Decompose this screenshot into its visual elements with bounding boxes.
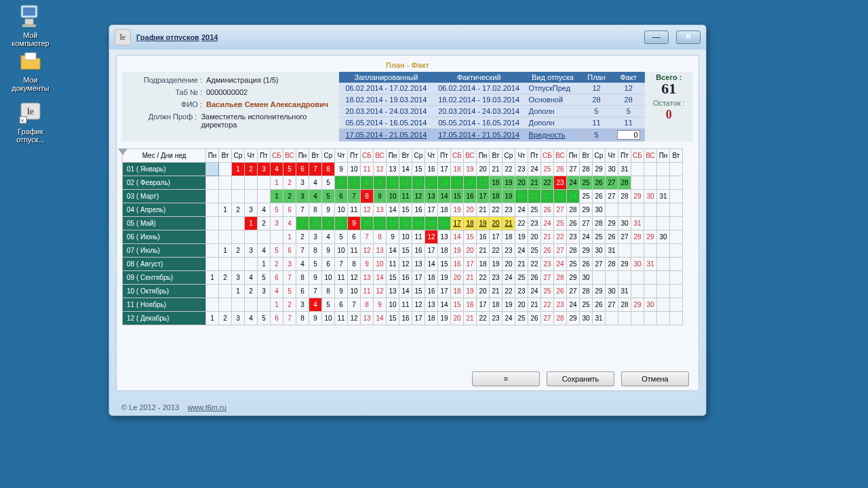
calendar-cell[interactable]: 27 (541, 312, 554, 325)
calendar-cell[interactable]: 8 (296, 271, 309, 285)
calendar-cell[interactable]: 24 (502, 312, 515, 325)
titlebar[interactable]: le График отпусков 2014 — ✕ (109, 25, 706, 49)
calendar-cell[interactable]: 9 (374, 190, 387, 203)
calendar-cell[interactable]: 22 (541, 176, 554, 190)
calendar-cell[interactable]: 5 (335, 230, 348, 244)
calendar-cell[interactable]: 12 (399, 258, 412, 271)
calendar-cell[interactable]: 20 (451, 271, 464, 285)
calendar-cell[interactable]: 1 (219, 203, 232, 217)
calendar-cell[interactable]: 3 (309, 230, 322, 244)
calendar-cell[interactable]: 15 (425, 217, 438, 230)
calendar-cell[interactable]: 24 (567, 298, 580, 312)
calendar-cell[interactable]: 27 (593, 258, 606, 271)
calendar-cell[interactable]: 29 (593, 163, 606, 176)
month-label[interactable]: 10 ( Октябрь) (123, 285, 206, 298)
calendar-cell[interactable]: 20 (515, 190, 528, 203)
calendar-cell[interactable]: 14 (451, 230, 464, 244)
calendar-cell[interactable]: 20 (451, 312, 464, 325)
calendar-cell[interactable]: 30 (657, 230, 670, 244)
calendar-cell[interactable]: 3 (271, 217, 283, 230)
month-label[interactable]: 01 ( Январь) (123, 163, 206, 176)
calendar-cell[interactable]: 4 (271, 163, 283, 176)
calendar-cell[interactable]: 22 (515, 217, 528, 230)
calendar-cell[interactable]: 15 (412, 163, 425, 176)
calendar-cell[interactable]: 24 (541, 217, 554, 230)
calendar-cell[interactable]: 15 (399, 244, 412, 258)
calendar-cell[interactable]: 23 (490, 271, 502, 285)
calendar-cell[interactable]: 29 (567, 312, 580, 325)
calendar-cell[interactable]: 19 (490, 258, 502, 271)
calendar-cell[interactable]: 15 (438, 258, 451, 271)
calendar-cell[interactable]: 18 (425, 271, 438, 285)
month-label[interactable]: 03 ( Март) (123, 190, 206, 203)
calendar-cell[interactable]: 31 (593, 312, 606, 325)
calendar-cell[interactable]: 23 (528, 217, 541, 230)
calendar-cell[interactable]: 21 (502, 217, 515, 230)
calendar-cell[interactable]: 28 (593, 217, 606, 230)
calendar-cell[interactable]: 27 (606, 190, 618, 203)
calendar-cell[interactable]: 21 (490, 285, 502, 298)
calendar-cell[interactable]: 27 (618, 230, 631, 244)
calendar-cell[interactable]: 9 (361, 258, 374, 271)
calendar-cell[interactable]: 17 (412, 312, 425, 325)
calendar-cell[interactable]: 14 (438, 176, 451, 190)
calendar-cell[interactable]: 2 (219, 312, 232, 325)
plan-row[interactable]: 05.05.2014 - 16.05.201405.05.2014 - 16.0… (339, 117, 645, 129)
calendar-cell[interactable]: 24 (580, 230, 593, 244)
calendar-cell[interactable]: 16 (412, 244, 425, 258)
calendar-cell[interactable]: 23 (502, 244, 515, 258)
calendar-cell[interactable]: 4 (245, 271, 258, 285)
calendar-cell[interactable]: 26 (554, 163, 567, 176)
calendar-cell[interactable]: 11 (387, 258, 399, 271)
calendar-cell[interactable]: 19 (451, 203, 464, 217)
calendar-cell[interactable]: 19 (464, 285, 477, 298)
calendar-cell[interactable]: 10 (335, 244, 348, 258)
calendar-cell[interactable]: 7 (283, 271, 296, 285)
calendar-cell[interactable]: 5 (309, 258, 322, 271)
calendar-cell[interactable]: 26 (567, 217, 580, 230)
month-label[interactable]: 05 ( Май) (123, 217, 206, 230)
calendar-cell[interactable]: 3 (258, 163, 271, 176)
calendar-cell[interactable]: 15 (412, 285, 425, 298)
calendar-cell[interactable]: 9 (322, 244, 335, 258)
calendar-cell[interactable]: 1 (232, 163, 245, 176)
calendar-cell[interactable]: 21 (528, 298, 541, 312)
calendar-cell[interactable]: 4 (258, 203, 271, 217)
calendar-cell[interactable]: 30 (644, 190, 657, 203)
month-label[interactable]: 06 ( Июнь) (123, 230, 206, 244)
calendar-cell[interactable]: 25 (515, 312, 528, 325)
calendar-cell[interactable]: 8 (335, 217, 348, 230)
calendar-cell[interactable]: 21 (464, 271, 477, 285)
calendar-cell[interactable]: 22 (541, 298, 554, 312)
calendar-cell[interactable]: 7 (361, 230, 374, 244)
save-button[interactable]: Сохранить (547, 371, 614, 386)
calendar-cell[interactable]: 28 (567, 203, 580, 217)
calendar-cell[interactable]: 26 (593, 176, 606, 190)
calendar-cell[interactable]: 14 (374, 312, 387, 325)
calendar-cell[interactable]: 29 (644, 230, 657, 244)
calendar-cell[interactable]: 15 (451, 298, 464, 312)
calendar-cell[interactable]: 18 (490, 298, 502, 312)
calendar-cell[interactable]: 21 (515, 258, 528, 271)
calendar-cell[interactable]: 26 (541, 203, 554, 217)
calendar-cell[interactable]: 9 (309, 271, 322, 285)
calendar-cell[interactable]: 30 (606, 285, 618, 298)
calendar-cell[interactable]: 10 (322, 312, 335, 325)
calendar-cell[interactable]: 7 (296, 203, 309, 217)
calendar-cell[interactable]: 20 (515, 176, 528, 190)
calendar-cell[interactable]: 28 (618, 298, 631, 312)
calendar-cell[interactable]: 14 (374, 271, 387, 285)
minimize-button[interactable]: — (644, 30, 669, 44)
calendar-cell[interactable]: 2 (232, 203, 245, 217)
calendar-cell[interactable]: 23 (490, 312, 502, 325)
calendar-cell[interactable]: 4 (245, 312, 258, 325)
calendar-cell[interactable]: 1 (271, 298, 283, 312)
calendar-cell[interactable]: 16 (438, 217, 451, 230)
calendar-cell[interactable]: 18 (425, 312, 438, 325)
calendar-cell[interactable]: 24 (528, 285, 541, 298)
calendar-cell[interactable]: 1 (258, 258, 271, 271)
month-label[interactable]: 12 ( Декабрь) (123, 312, 206, 325)
calendar-cell[interactable]: 30 (606, 163, 618, 176)
calendar-cell[interactable]: 9 (322, 203, 335, 217)
calendar-cell[interactable]: 7 (348, 190, 361, 203)
